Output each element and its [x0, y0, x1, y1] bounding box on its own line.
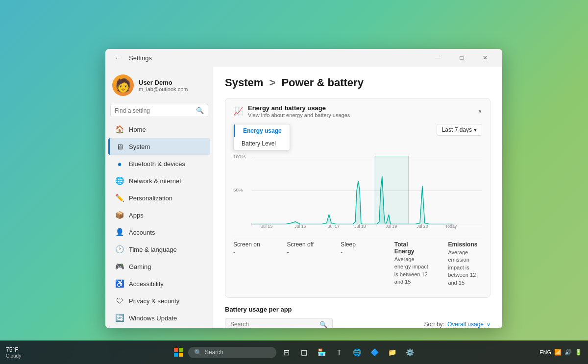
nav-item-update[interactable]: 🔄 Windows Update — [108, 310, 210, 326]
svg-text:Jul 15: Jul 15 — [261, 224, 273, 229]
system-icon: 🖥 — [115, 142, 124, 151]
battery-app-title: Battery usage per app — [225, 306, 490, 313]
nav-item-personalization[interactable]: ✏️ Personalization — [108, 190, 210, 206]
sort-chevron: ∨ — [487, 321, 490, 328]
section-header-left: 📈 Energy and battery usage View info abo… — [233, 104, 350, 118]
sort-row: Sort by: Overall usage ∨ — [424, 321, 490, 328]
bluetooth-icon: ● — [115, 159, 124, 168]
breadcrumb-current: Power & battery — [281, 76, 364, 89]
lang-label: ENG — [539, 349, 551, 355]
section-info: Energy and battery usage View info about… — [248, 104, 350, 118]
teams-button[interactable]: T — [331, 344, 347, 360]
nav-label-home: Home — [129, 126, 146, 133]
screen-off-value: - — [287, 249, 321, 256]
taskbar-search-icon: 🔍 — [194, 349, 202, 356]
nav-label-accessibility: Accessibility — [129, 280, 164, 288]
emissions-stat: Emissions Average emission impact is bet… — [448, 241, 482, 287]
search-input[interactable] — [115, 107, 193, 114]
taskbar: 75°F Cloudy 🔍 Search ⊟ — [0, 340, 588, 364]
nav-item-time[interactable]: 🕐 Time & language — [108, 241, 210, 258]
chart-container: 100% 50% — [233, 151, 482, 232]
svg-rect-16 — [179, 353, 183, 357]
sort-value[interactable]: Overall usage — [447, 321, 484, 328]
privacy-icon: 🛡 — [115, 296, 124, 305]
svg-rect-14 — [179, 348, 183, 352]
personalization-icon: ✏️ — [115, 194, 124, 202]
taskbar-right: ENG 📶 🔊 🔋 — [539, 349, 582, 356]
nav-item-accounts[interactable]: 👤 Accounts — [108, 224, 210, 241]
section-header[interactable]: 📈 Energy and battery usage View info abo… — [225, 98, 490, 124]
weather-widget[interactable]: 75°F Cloudy — [6, 346, 21, 359]
explorer-button[interactable]: 📁 — [384, 344, 400, 360]
nav-label-system: System — [129, 143, 150, 150]
accounts-icon: 👤 — [115, 228, 124, 237]
svg-text:100%: 100% — [233, 154, 245, 159]
svg-text:Jul 16: Jul 16 — [294, 224, 306, 229]
user-profile[interactable]: 🧑 User Demo m_lab@outlook.com — [105, 71, 213, 102]
tab-energy-usage[interactable]: Energy usage — [234, 124, 290, 137]
screen-off-stat: Screen off - — [287, 241, 321, 287]
search-icon: 🔍 — [196, 107, 204, 114]
start-button[interactable] — [171, 344, 186, 360]
nav-item-accessibility[interactable]: ♿ Accessibility — [108, 275, 210, 292]
battery-app-section: Battery usage per app 🔍 Sort by: Overall… — [225, 306, 490, 328]
battery-search-icon: 🔍 — [319, 321, 327, 328]
nav-item-apps[interactable]: 📦 Apps — [108, 207, 210, 223]
time-range-chevron: ▾ — [474, 126, 477, 133]
title-bar: ← Settings — □ ✕ — [105, 49, 502, 67]
weather-condition: Cloudy — [6, 353, 21, 359]
nav-item-network[interactable]: 🌐 Network & internet — [108, 172, 210, 189]
nav-item-privacy[interactable]: 🛡 Privacy & security — [108, 292, 210, 309]
user-name: User Demo — [139, 79, 206, 86]
back-button[interactable]: ← — [111, 51, 125, 65]
chart-area: Energy usage Battery Level Last 7 days ▾ — [225, 124, 490, 297]
screen-on-value: - — [233, 249, 268, 256]
nav-item-bluetooth[interactable]: ● Bluetooth & devices — [108, 155, 210, 172]
battery-search-input[interactable] — [230, 321, 317, 328]
store-button[interactable]: 🏪 — [314, 344, 329, 360]
chart-tabs-dropdown: Energy usage Battery Level — [233, 124, 290, 150]
energy-icon: 📈 — [233, 107, 243, 116]
svg-text:Jul 20: Jul 20 — [416, 224, 428, 229]
nav-item-gaming[interactable]: 🎮 Gaming — [108, 258, 210, 275]
nav-label-accounts: Accounts — [129, 229, 155, 236]
browser-button[interactable]: 🌐 — [349, 344, 365, 360]
taskbar-center: 🔍 Search ⊟ ◫ 🏪 T 🌐 🔷 📁 — [171, 344, 417, 360]
update-icon: 🔄 — [115, 314, 124, 322]
nav-label-network: Network & internet — [129, 177, 181, 185]
time-range-select[interactable]: Last 7 days ▾ — [437, 124, 482, 136]
close-button[interactable]: ✕ — [474, 51, 496, 65]
minimize-button[interactable]: — — [427, 51, 449, 65]
weather-temp: 75°F — [6, 346, 18, 353]
svg-text:50%: 50% — [233, 187, 243, 193]
settings-taskbar-button[interactable]: ⚙️ — [402, 344, 417, 360]
widgets-button[interactable]: ◫ — [296, 344, 312, 360]
svg-text:Jul 18: Jul 18 — [354, 224, 366, 229]
network-icon: 🌐 — [115, 176, 124, 185]
apps-icon: 📦 — [115, 211, 124, 219]
section-title: Energy and battery usage — [248, 104, 350, 112]
windows-logo-icon — [174, 348, 183, 357]
total-energy-stat: Total Energy Average energy impact is be… — [394, 241, 429, 287]
edge-button[interactable]: 🔷 — [367, 344, 382, 360]
settings-search[interactable]: 🔍 — [110, 104, 208, 117]
nav-item-home[interactable]: 🏠 Home — [108, 121, 210, 138]
nav-label-gaming: Gaming — [129, 263, 151, 270]
nav-item-system[interactable]: 🖥 System — [108, 138, 210, 155]
total-energy-label: Total Energy — [394, 241, 429, 255]
svg-text:Jul 17: Jul 17 — [328, 224, 340, 229]
collapse-icon: ∧ — [478, 108, 482, 115]
svg-rect-5 — [375, 156, 408, 224]
nav-label-time: Time & language — [129, 246, 177, 253]
taskview-button[interactable]: ⊟ — [278, 344, 294, 360]
breadcrumb-separator: > — [269, 76, 278, 89]
accessibility-icon: ♿ — [115, 279, 124, 288]
battery-search-box[interactable]: 🔍 — [225, 318, 333, 328]
nav-label-apps: Apps — [129, 212, 144, 219]
maximize-button[interactable]: □ — [450, 51, 473, 65]
tab-battery-level[interactable]: Battery Level — [234, 137, 290, 150]
desktop: ← Settings — □ ✕ 🧑 User Demo m_lab@out — [0, 0, 588, 364]
taskbar-search[interactable]: 🔍 Search — [188, 347, 276, 358]
user-email: m_lab@outlook.com — [139, 86, 206, 92]
emissions-label: Emissions — [448, 241, 482, 248]
